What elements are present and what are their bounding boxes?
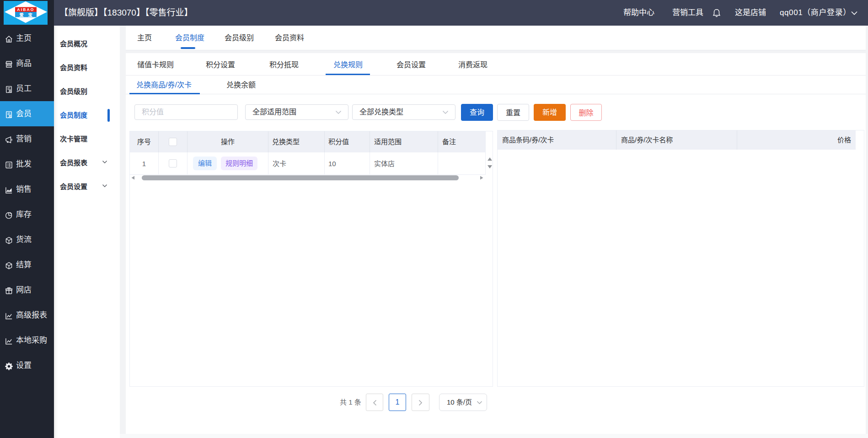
svg-text:AIBAO: AIBAO bbox=[17, 7, 34, 12]
svg-text:爱 宝: 爱 宝 bbox=[19, 12, 32, 17]
